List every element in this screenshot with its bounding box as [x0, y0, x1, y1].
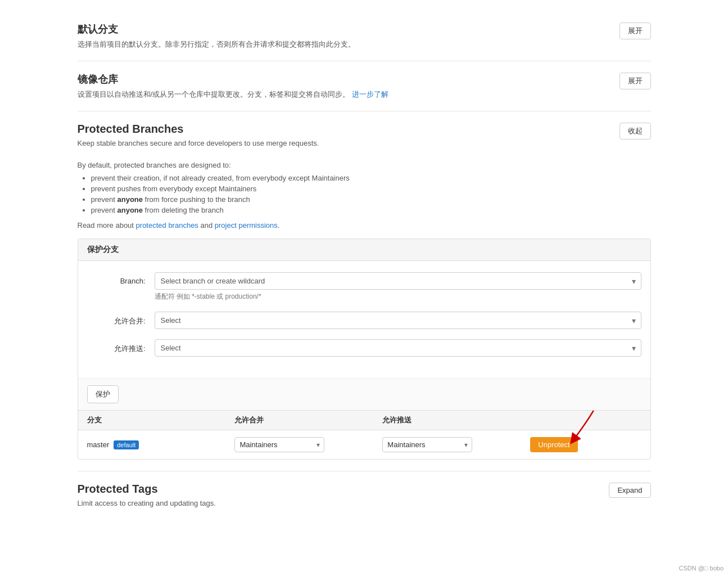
allow-merge-select-wrapper: Select — [155, 312, 641, 329]
protected-branches-bullet-list: prevent their creation, if not already c… — [78, 174, 651, 214]
protected-branches-header-left: Protected Branches Keep stable branches … — [78, 123, 319, 154]
bullet-item-3: prevent anyone from force pushing to the… — [91, 195, 651, 204]
allow-push-control-wrap: Select — [155, 339, 641, 357]
read-more-prefix: Read more about — [78, 221, 136, 230]
allow-push-select[interactable]: Select — [155, 339, 641, 357]
table-col-branch: 分支 — [87, 415, 235, 425]
protected-branches-header: Protected Branches Keep stable branches … — [78, 123, 651, 154]
mirror-repo-expand-button[interactable]: 展开 — [620, 73, 651, 89]
default-branch-title: 默认分支 — [78, 22, 608, 36]
read-more-middle: and — [198, 221, 215, 230]
bullet-item-2: prevent pushes from everybody except Mai… — [91, 184, 651, 193]
allow-push-mini-select-wrap: Maintainers — [382, 437, 472, 452]
protected-branches-section: Protected Branches Keep stable branches … — [78, 111, 651, 471]
protected-branches-desc: By default, protected branches are desig… — [78, 161, 651, 169]
default-badge: default — [114, 440, 139, 449]
read-more-suffix: . — [278, 221, 280, 230]
branch-control-wrap: Select branch or create wildcard 通配符 例如 … — [155, 272, 641, 302]
bullet-item-1: prevent their creation, if not already c… — [91, 174, 651, 182]
read-more-text: Read more about protected branches and p… — [78, 221, 651, 230]
protected-branches-panel: 保护分支 Branch: Select branch or create wil… — [78, 238, 651, 460]
mirror-repo-desc-text: 设置项目以自动推送和/或从另一个仓库中提取更改。分支，标签和提交将自动同步。 — [78, 90, 350, 98]
mirror-repo-content: 镜像仓库 设置项目以自动推送和/或从另一个仓库中提取更改。分支，标签和提交将自动… — [78, 73, 608, 100]
branch-hint: 通配符 例如 *-stable 或 production/* — [155, 292, 641, 302]
allow-merge-control-wrap: Select — [155, 312, 641, 329]
default-branch-expand-button[interactable]: 展开 — [620, 22, 651, 39]
mirror-repo-learn-more-link[interactable]: 进一步了解 — [352, 90, 388, 98]
mirror-repo-title: 镜像仓库 — [78, 73, 608, 86]
allow-push-select-wrapper: Select — [155, 339, 641, 357]
protected-tags-header: Protected Tags Limit access to creating … — [78, 483, 651, 507]
default-branch-content: 默认分支 选择当前项目的默认分支。除非另行指定，否则所有合并请求和提交都将指向此… — [78, 22, 608, 50]
allow-push-mini-select[interactable]: Maintainers — [382, 437, 472, 452]
protected-branches-subtitle: Keep stable branches secure and force de… — [78, 139, 319, 147]
allow-merge-mini-select[interactable]: Maintainers — [234, 437, 324, 452]
default-branch-desc: 选择当前项目的默认分支。除非另行指定，否则所有合并请求和提交都将指向此分支。 — [78, 39, 608, 50]
action-cell: Unprotect — [530, 437, 641, 452]
table-col-push: 允许推送 — [382, 415, 530, 425]
allow-merge-mini-select-wrap: Maintainers — [234, 437, 324, 452]
mirror-repo-section: 镜像仓库 设置项目以自动推送和/或从另一个仓库中提取更改。分支，标签和提交将自动… — [78, 61, 651, 111]
protected-tags-section: Protected Tags Limit access to creating … — [78, 471, 651, 519]
form-footer: 保护 — [78, 378, 650, 410]
allow-merge-form-row: 允许合并: Select — [87, 312, 641, 329]
branch-select[interactable]: Select branch or create wildcard — [155, 272, 641, 290]
protected-tags-expand-button[interactable]: Expand — [609, 483, 650, 498]
default-branch-section: 默认分支 选择当前项目的默认分支。除非另行指定，否则所有合并请求和提交都将指向此… — [78, 11, 651, 61]
branch-select-wrapper: Select branch or create wildcard — [155, 272, 641, 290]
branch-name-text: master — [87, 440, 110, 449]
bullet-item-4: prevent anyone from deleting the branch — [91, 206, 651, 214]
protect-button[interactable]: 保护 — [87, 385, 119, 403]
red-arrow-annotation — [557, 411, 602, 446]
allow-merge-label: 允许合并: — [87, 312, 155, 326]
protect-branch-form: 保护分支 Branch: Select branch or create wil… — [78, 239, 650, 411]
protected-branches-collapse-button[interactable]: 收起 — [620, 123, 651, 140]
table-row: master default Maintainers M — [78, 430, 650, 459]
table-col-merge: 允许合并 — [234, 415, 382, 425]
protected-tags-title: Protected Tags — [78, 483, 216, 496]
form-card-title: 保护分支 — [78, 239, 650, 261]
allow-push-label: 允许推送: — [87, 339, 155, 354]
branch-form-row: Branch: Select branch or create wildcard… — [87, 272, 641, 302]
allow-merge-cell: Maintainers — [234, 437, 382, 452]
project-permissions-link[interactable]: project permissions — [215, 221, 278, 230]
allow-push-form-row: 允许推送: Select — [87, 339, 641, 357]
protected-branches-link[interactable]: protected branches — [136, 221, 198, 230]
allow-push-cell: Maintainers — [382, 437, 530, 452]
branches-table: 分支 允许合并 允许推送 master default Maintainers — [78, 411, 650, 459]
allow-merge-select[interactable]: Select — [155, 312, 641, 329]
branch-label: Branch: — [87, 272, 155, 285]
mirror-repo-desc: 设置项目以自动推送和/或从另一个仓库中提取更改。分支，标签和提交将自动同步。 进… — [78, 89, 608, 100]
form-card-body: Branch: Select branch or create wildcard… — [78, 261, 650, 378]
branch-name-cell: master default — [87, 440, 235, 449]
protected-branches-title: Protected Branches — [78, 123, 319, 136]
protected-tags-subtitle: Limit access to creating and updating ta… — [78, 499, 216, 507]
protected-tags-header-left: Protected Tags Limit access to creating … — [78, 483, 216, 507]
